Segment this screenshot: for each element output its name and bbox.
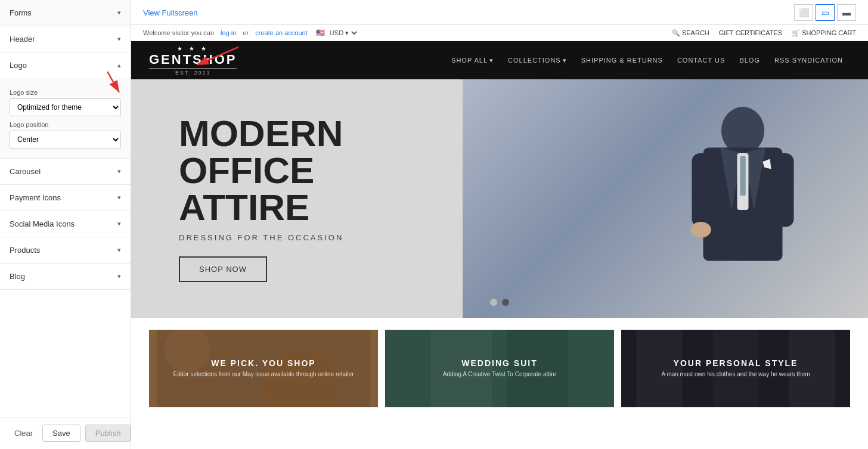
card-overlay-1: WE PICK. YOU SHOP Editor selections from…: [149, 330, 378, 407]
logo-settings-panel: Logo size Optimized for theme Original L…: [0, 78, 131, 158]
logo-position-label: Logo position: [10, 121, 121, 128]
tablet-icon: ⬜: [799, 8, 809, 17]
card-overlay-2: WEDDING SUIT Adding A Creative Twist To …: [385, 330, 614, 407]
topbar: View Fullscreen ⬜ ▭ ▬: [131, 0, 868, 25]
header-label: Header: [10, 35, 35, 44]
svg-point-2: [721, 107, 764, 154]
chevron-down-icon: ▾: [117, 168, 121, 175]
logo-name: GENTSHOP: [149, 52, 237, 67]
logo-position-select[interactable]: Left Center Right: [10, 131, 121, 148]
chevron-down-icon: ▾: [117, 35, 121, 43]
nav-shipping-returns[interactable]: SHIPPING & RETURNS: [574, 52, 670, 69]
hero-cta-button[interactable]: Shop Now: [179, 256, 267, 282]
store-nav-links: SHOP ALL ▾ COLLECTIONS ▾ SHIPPING & RETU…: [444, 52, 850, 69]
sidebar-item-forms[interactable]: Forms ▾: [0, 0, 131, 26]
desktop-device-button[interactable]: ▬: [837, 4, 856, 21]
collection-card-3[interactable]: YOUR PERSONAL STYLE A man must own his c…: [621, 330, 850, 407]
carousel-dot-1[interactable]: [490, 299, 497, 306]
collections-grid: WE PICK. YOU SHOP Editor selections from…: [149, 330, 850, 407]
sidebar-section-products: Products ▾: [0, 237, 131, 264]
chevron-down-icon: ▾: [563, 57, 567, 64]
collection-title-1: WE PICK. YOU SHOP: [211, 358, 315, 368]
nav-wrapper: ★ ★ ★ GENTSHOP EST. 2011 SHOP ALL ▾ COLL…: [131, 41, 868, 79]
sidebar-section-social-media-icons: Social Media Icons ▾: [0, 211, 131, 237]
flag-icon: 🇺🇸: [316, 29, 325, 37]
sidebar-item-carousel[interactable]: Carousel ▾: [0, 159, 131, 184]
sidebar-item-logo[interactable]: Logo ▴: [0, 52, 131, 78]
chevron-down-icon: ▾: [117, 9, 121, 17]
sidebar-item-blog[interactable]: Blog ▾: [0, 264, 131, 289]
svg-rect-9: [776, 153, 793, 227]
store-topbar-right: 🔍 SEARCH GIFT CERTIFICATES 🛒 SHOPPING CA…: [672, 29, 856, 37]
sidebar-item-social-media-icons[interactable]: Social Media Icons ▾: [0, 211, 131, 237]
chevron-down-icon: ▾: [117, 220, 121, 228]
collection-card-2[interactable]: WEDDING SUIT Adding A Creative Twist To …: [385, 330, 614, 407]
create-account-link[interactable]: create an account: [255, 29, 307, 36]
card-overlay-3: YOUR PERSONAL STYLE A man must own his c…: [621, 330, 850, 407]
carousel-dot-2[interactable]: [502, 299, 509, 306]
view-fullscreen-link[interactable]: View Fullscreen: [143, 8, 198, 17]
save-button[interactable]: Save: [42, 425, 80, 442]
currency-select[interactable]: USD ▾: [327, 29, 359, 37]
hero-title: MODERN OFFICE ATTIRE: [179, 115, 429, 226]
chevron-down-icon: ▾: [489, 57, 494, 64]
hero-subtitle: DRESSING FOR THE OCCASION: [179, 233, 429, 242]
collection-title-3: YOUR PERSONAL STYLE: [674, 358, 798, 368]
search-link[interactable]: 🔍 SEARCH: [672, 29, 709, 37]
gift-certificates-link[interactable]: GIFT CERTIFICATES: [719, 29, 782, 36]
blog-label: Blog: [10, 272, 25, 281]
store-topbar-left: Welcome visitor you can log in or create…: [143, 29, 359, 37]
svg-point-10: [691, 222, 711, 238]
carousel-dots: [490, 299, 509, 306]
products-label: Products: [10, 246, 40, 255]
sidebar-item-payment-icons[interactable]: Payment Icons ▾: [0, 185, 131, 210]
chevron-down-icon: ▾: [117, 194, 121, 202]
logo-stars: ★ ★ ★: [177, 45, 209, 52]
logo-label: Logo: [10, 61, 27, 70]
sidebar-section-payment-icons: Payment Icons ▾: [0, 185, 131, 211]
hero-person-svg: [653, 85, 832, 312]
nav-collections[interactable]: COLLECTIONS ▾: [501, 52, 574, 69]
chevron-up-icon: ▴: [117, 61, 121, 69]
nav-shop-all[interactable]: SHOP ALL ▾: [444, 52, 501, 69]
tablet2-icon: ▭: [822, 8, 829, 17]
collection-desc-3: A man must own his clothes and the way h…: [661, 370, 810, 379]
payment-icons-label: Payment Icons: [10, 193, 61, 202]
store-nav: ★ ★ ★ GENTSHOP EST. 2011 SHOP ALL ▾ COLL…: [131, 41, 868, 79]
clear-button[interactable]: Clear: [10, 425, 38, 442]
sidebar: Forms ▾ Header ▾ Logo ▴ Logo size Optimi…: [0, 0, 131, 449]
sidebar-item-products[interactable]: Products ▾: [0, 237, 131, 263]
nav-contact-us[interactable]: CONTACT US: [670, 52, 733, 69]
hero-content: MODERN OFFICE ATTIRE DRESSING FOR THE OC…: [131, 115, 429, 282]
collection-title-2: WEDDING SUIT: [461, 358, 537, 368]
search-label: SEARCH: [682, 29, 709, 36]
svg-rect-7: [740, 156, 746, 196]
store-preview: Welcome visitor you can log in or create…: [131, 25, 868, 449]
sidebar-section-forms: Forms ▾: [0, 0, 131, 26]
sidebar-bottom-bar: Clear Save Publish: [0, 417, 131, 449]
carousel-label: Carousel: [10, 167, 41, 176]
tablet-device-button[interactable]: ⬜: [794, 4, 813, 21]
sidebar-item-header[interactable]: Header ▾: [0, 26, 131, 52]
hero-carousel: MODERN OFFICE ATTIRE DRESSING FOR THE OC…: [131, 79, 868, 318]
tablet2-device-button[interactable]: ▭: [816, 4, 835, 21]
nav-blog[interactable]: BLOG: [732, 52, 767, 69]
shopping-cart-link[interactable]: 🛒 SHOPPING CART: [792, 29, 856, 37]
login-link[interactable]: log in: [221, 29, 236, 36]
topbar-left: View Fullscreen: [143, 7, 198, 18]
hero-image: [463, 79, 868, 318]
chevron-down-icon: ▾: [117, 246, 121, 254]
svg-rect-8: [692, 153, 710, 227]
collection-desc-2: Adding A Creative Twist To Corporate att…: [443, 370, 556, 379]
collection-card-1[interactable]: WE PICK. YOU SHOP Editor selections from…: [149, 330, 378, 407]
logo-size-label: Logo size: [10, 89, 121, 96]
chevron-down-icon: ▾: [117, 273, 121, 280]
collections-section: WE PICK. YOU SHOP Editor selections from…: [131, 318, 868, 419]
logo-size-select[interactable]: Optimized for theme Original: [10, 98, 121, 116]
nav-rss-syndication[interactable]: RSS SYNDICATION: [767, 52, 850, 69]
main-preview: View Fullscreen ⬜ ▭ ▬ Welcome visitor yo…: [131, 0, 868, 449]
or-text: or: [243, 29, 249, 36]
device-switcher: ⬜ ▭ ▬: [794, 4, 856, 21]
forms-label: Forms: [10, 8, 32, 17]
search-icon: 🔍: [672, 29, 680, 37]
